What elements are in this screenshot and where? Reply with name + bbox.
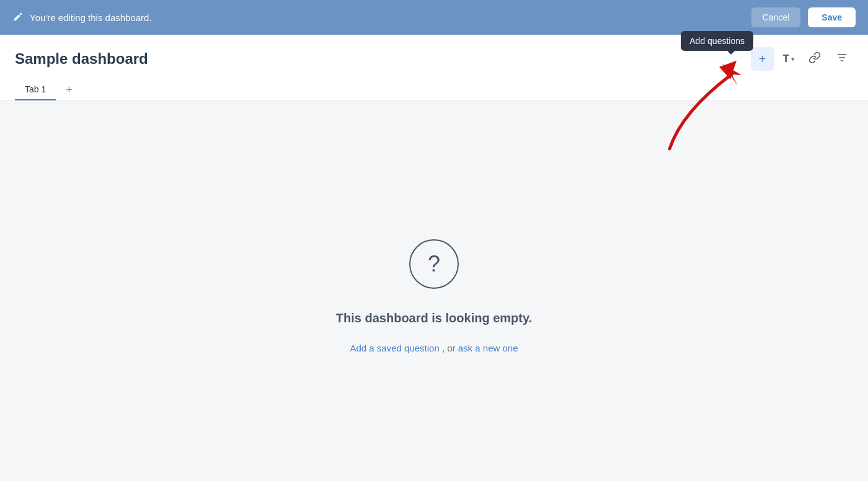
tab-1-label: Tab 1 (25, 84, 46, 94)
text-tool-button[interactable]: T ▾ (779, 49, 799, 69)
empty-state-subtitle: Add a saved question , or ask a new one (350, 343, 518, 353)
tooltip-label: Add questions (689, 36, 745, 46)
tab-1[interactable]: Tab 1 (15, 79, 56, 100)
add-saved-question-link[interactable]: Add a saved question (350, 343, 441, 353)
ask-new-one-link[interactable]: ask a new one (458, 343, 518, 353)
banner-actions: Cancel Save (751, 7, 856, 27)
link-icon (808, 54, 821, 66)
tabs-row: Tab 1 + (15, 79, 853, 100)
filter-button[interactable] (831, 48, 853, 71)
add-tab-icon: + (66, 84, 73, 97)
editing-label: You're editing this dashboard. (30, 12, 152, 23)
text-icon: T (783, 53, 789, 65)
cancel-button[interactable]: Cancel (751, 7, 801, 27)
add-tab-button[interactable]: + (61, 81, 78, 99)
edit-banner: You're editing this dashboard. Cancel Sa… (0, 0, 868, 35)
editing-status: You're editing this dashboard. (12, 11, 152, 24)
save-button[interactable]: Save (808, 7, 856, 27)
link-button[interactable] (804, 48, 826, 71)
main-content: ? This dashboard is looking empty. Add a… (0, 101, 868, 481)
add-questions-tooltip: Add questions (681, 31, 753, 51)
empty-state-title: This dashboard is looking empty. (336, 311, 532, 325)
empty-state-icon: ? (409, 239, 459, 289)
plus-icon: + (759, 52, 766, 66)
dashboard-title: Sample dashboard (15, 50, 148, 68)
add-questions-button[interactable]: + (751, 47, 774, 71)
toolbar-right: + T ▾ (751, 47, 853, 71)
filter-icon (836, 54, 848, 66)
chevron-down-icon: ▾ (791, 55, 795, 63)
pencil-icon (12, 11, 24, 24)
